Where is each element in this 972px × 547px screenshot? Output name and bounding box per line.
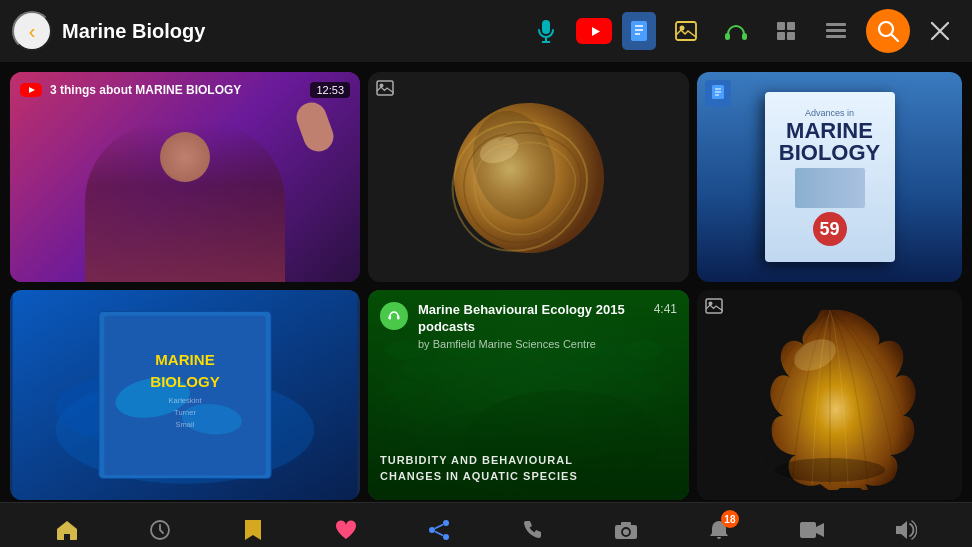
svg-text:Karleskint: Karleskint bbox=[169, 396, 203, 405]
headphone-icon[interactable] bbox=[716, 11, 756, 51]
microphone-icon[interactable] bbox=[526, 11, 566, 51]
list-view-icon[interactable] bbox=[816, 11, 856, 51]
svg-rect-49 bbox=[397, 316, 400, 320]
book-biology-label: BIOLOGY bbox=[779, 142, 880, 164]
book-cover: Advances in MARINE BIOLOGY 59 bbox=[765, 92, 895, 262]
svg-rect-12 bbox=[826, 23, 846, 26]
marine-biology-textbook-card[interactable]: MARINE BIOLOGY Karleskint Turner Small bbox=[10, 290, 360, 500]
ebook-icon[interactable] bbox=[622, 12, 656, 50]
svg-point-53 bbox=[775, 458, 885, 482]
scallop-shell-image bbox=[720, 300, 940, 490]
marine-biology-book-image: MARINE BIOLOGY Karleskint Turner Small bbox=[10, 290, 360, 500]
svg-text:BIOLOGY: BIOLOGY bbox=[150, 373, 219, 390]
svg-rect-63 bbox=[800, 522, 816, 538]
back-button[interactable]: ‹ bbox=[12, 11, 52, 51]
svg-marker-19 bbox=[29, 87, 35, 93]
svg-rect-11 bbox=[742, 33, 747, 40]
podcast-source: by Bamfield Marine Sciences Centre bbox=[418, 338, 644, 350]
search-button[interactable] bbox=[866, 9, 910, 53]
close-button[interactable] bbox=[920, 11, 960, 51]
phone-button[interactable] bbox=[511, 508, 555, 547]
podcast-duration: 4:41 bbox=[654, 302, 677, 316]
favorites-button[interactable] bbox=[324, 508, 368, 547]
svg-text:MARINE: MARINE bbox=[155, 351, 214, 368]
podcast-type-icon bbox=[380, 302, 408, 330]
image-type-icon-2 bbox=[705, 298, 723, 319]
video-duration: 12:53 bbox=[310, 82, 350, 98]
conch-shell-image bbox=[429, 90, 629, 265]
volume-button[interactable] bbox=[883, 508, 927, 547]
book-marine-label: MARINE bbox=[786, 120, 873, 142]
camera-button[interactable] bbox=[604, 508, 648, 547]
svg-rect-4 bbox=[631, 21, 647, 41]
podcast-title: Marine Behavioural Ecology 2015 podcasts bbox=[418, 302, 644, 336]
svg-line-58 bbox=[435, 525, 443, 529]
shell-image-card[interactable] bbox=[368, 72, 689, 282]
svg-rect-62 bbox=[621, 522, 631, 526]
bottom-bar: 18 bbox=[0, 502, 972, 547]
svg-rect-60 bbox=[615, 525, 637, 539]
history-button[interactable] bbox=[138, 508, 182, 547]
home-button[interactable] bbox=[45, 508, 89, 547]
podcast-card[interactable]: Marine Behavioural Ecology 2015 podcasts… bbox=[368, 290, 689, 500]
svg-rect-10 bbox=[725, 33, 730, 40]
content-grid: 3 things about MARINE BIOLOGY 12:53 bbox=[0, 62, 972, 502]
book-issue-badge: 59 bbox=[813, 212, 847, 246]
video-card[interactable]: 3 things about MARINE BIOLOGY 12:53 bbox=[10, 72, 360, 282]
scallop-shell-card[interactable] bbox=[697, 290, 962, 500]
youtube-icon[interactable] bbox=[576, 18, 612, 44]
svg-line-16 bbox=[892, 35, 899, 42]
bookmark-button[interactable] bbox=[231, 508, 275, 547]
book-thumbnail bbox=[795, 168, 865, 208]
book-advances-label: Advances in bbox=[805, 108, 854, 118]
svg-rect-0 bbox=[542, 20, 550, 34]
share-button[interactable] bbox=[417, 508, 461, 547]
svg-text:Turner: Turner bbox=[174, 408, 196, 417]
svg-marker-3 bbox=[592, 27, 600, 36]
svg-point-55 bbox=[443, 520, 449, 526]
svg-rect-48 bbox=[389, 316, 392, 320]
marine-biology-book-card[interactable]: Advances in MARINE BIOLOGY 59 bbox=[697, 72, 962, 282]
notification-badge: 18 bbox=[721, 510, 739, 528]
podcast-overlay-text: TURBIDITY AND BEHAVIOURALCHANGES IN AQUA… bbox=[380, 453, 677, 484]
svg-rect-14 bbox=[826, 35, 846, 38]
video-button[interactable] bbox=[790, 508, 834, 547]
svg-point-57 bbox=[443, 534, 449, 540]
svg-text:Small: Small bbox=[176, 420, 195, 429]
image-type-icon bbox=[376, 80, 394, 101]
youtube-badge bbox=[20, 83, 42, 97]
svg-line-59 bbox=[435, 532, 443, 536]
page-title: Marine Biology bbox=[62, 20, 516, 43]
book-type-icon bbox=[705, 80, 731, 107]
top-bar: ‹ Marine Biology bbox=[0, 0, 972, 62]
notification-button[interactable]: 18 bbox=[697, 508, 741, 547]
svg-point-56 bbox=[429, 527, 435, 533]
svg-rect-13 bbox=[826, 29, 846, 32]
video-title: 3 things about MARINE BIOLOGY bbox=[50, 83, 302, 97]
grid-view-icon[interactable] bbox=[766, 11, 806, 51]
image-icon[interactable] bbox=[666, 11, 706, 51]
